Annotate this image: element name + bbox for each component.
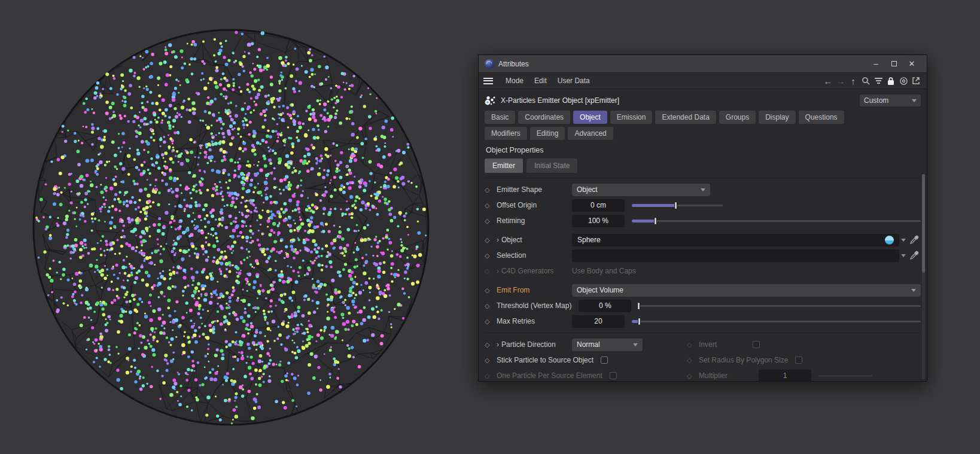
chevron-down-icon xyxy=(633,343,638,346)
keyframe-diamond-icon: ◇ xyxy=(687,341,699,349)
keyframe-diamond-icon[interactable]: ◇ xyxy=(485,236,497,244)
chevron-down-icon xyxy=(701,188,705,191)
invert-label: Invert xyxy=(699,340,717,349)
menu-user-data[interactable]: User Data xyxy=(552,74,595,87)
emit-from-label: Emit From xyxy=(497,286,572,294)
eyedropper-icon[interactable] xyxy=(908,235,921,245)
filter-icon[interactable] xyxy=(872,75,884,87)
max-retries-input[interactable]: 20 xyxy=(572,315,625,328)
chevron-down-icon xyxy=(912,99,917,102)
open-external-icon[interactable] xyxy=(910,75,922,87)
keyframe-diamond-icon[interactable]: ◇ xyxy=(485,287,497,294)
window-title: Attributes xyxy=(498,60,867,68)
tab-questions[interactable]: Questions xyxy=(799,111,844,124)
row-one-particle: ◇ One Particle Per Source Element ◇ Mult… xyxy=(485,368,921,382)
keyframe-diamond-icon[interactable]: ◇ xyxy=(485,318,497,325)
one-particle-checkbox xyxy=(610,372,617,379)
emitter-shape-label: Emitter Shape xyxy=(497,185,572,194)
emitter-state-switch: Emitter Initial State xyxy=(485,159,921,173)
maximize-button[interactable] xyxy=(885,55,903,72)
section-heading: Object Properties xyxy=(486,146,921,154)
tab-groups[interactable]: Groups xyxy=(719,111,756,124)
lock-icon[interactable] xyxy=(885,75,897,87)
keyframe-diamond-icon[interactable]: ◇ xyxy=(485,217,497,225)
forward-icon[interactable]: → xyxy=(835,75,847,87)
tab-display[interactable]: Display xyxy=(759,111,795,124)
threshold-slider[interactable] xyxy=(638,300,921,312)
set-radius-checkbox xyxy=(795,357,802,364)
back-icon[interactable]: ← xyxy=(822,75,834,87)
minimize-button[interactable]: – xyxy=(867,55,885,72)
expander-icon[interactable]: › xyxy=(497,340,499,349)
viewport-3d[interactable] xyxy=(0,0,479,454)
scrollbar-thumb[interactable] xyxy=(922,174,925,273)
particle-direction-dropdown[interactable]: Normal xyxy=(572,339,643,351)
expander-icon[interactable]: › xyxy=(497,236,499,244)
target-icon[interactable] xyxy=(897,75,909,87)
tab-extended-data[interactable]: Extended Data xyxy=(655,111,716,124)
tab-object[interactable]: Object xyxy=(573,111,607,124)
row-threshold: ◇ Threshold (Vertex Map) 0 % xyxy=(485,298,921,313)
object-title: X-Particles Emitter Object [xpEmitter] xyxy=(501,96,860,105)
tab-modifiers[interactable]: Modifiers xyxy=(485,127,527,140)
row-selection: ◇ Selection xyxy=(485,248,921,263)
max-retries-slider[interactable] xyxy=(632,315,921,328)
stick-particle-label: Stick Particle to Source Object xyxy=(497,356,594,364)
window-titlebar[interactable]: Attributes – ✕ xyxy=(479,55,927,73)
keyframe-diamond-icon: ◇ xyxy=(485,372,497,380)
row-retiming: ◇ Retiming 100 % xyxy=(485,213,921,228)
retiming-label: Retiming xyxy=(497,217,572,225)
tab-coordinates[interactable]: Coordinates xyxy=(518,111,570,124)
menu-edit[interactable]: Edit xyxy=(529,74,552,87)
threshold-input[interactable]: 0 % xyxy=(579,300,631,312)
row-stick-particle: ◇ Stick Particle to Source Object ◇ Set … xyxy=(485,352,921,368)
selection-field[interactable] xyxy=(572,249,899,262)
col2-invert: ◇ Invert xyxy=(687,340,760,349)
emit-from-dropdown[interactable]: Object Volume xyxy=(572,284,921,297)
attributes-window: Attributes – ✕ Mode Edit User Data ← → ↑ xyxy=(478,54,927,382)
initial-state-button[interactable]: Initial State xyxy=(526,159,577,173)
keyframe-diamond-icon[interactable]: ◇ xyxy=(485,357,497,364)
tab-advanced[interactable]: Advanced xyxy=(568,127,613,140)
tab-editing[interactable]: Editing xyxy=(530,127,565,140)
offset-origin-slider[interactable] xyxy=(632,199,723,212)
up-icon[interactable]: ↑ xyxy=(847,75,859,87)
preset-value: Custom xyxy=(864,96,888,105)
row-max-retries: ◇ Max Retries 20 xyxy=(485,313,921,329)
row-c4d-generators: ◇ ›C4D Generators Use Body and Caps xyxy=(485,263,921,279)
emitter-shape-value: Object xyxy=(577,185,598,194)
close-button[interactable]: ✕ xyxy=(903,55,921,72)
vertical-scrollbar[interactable] xyxy=(922,174,925,379)
emitter-shape-dropdown[interactable]: Object xyxy=(572,184,710,196)
menu-mode[interactable]: Mode xyxy=(500,74,529,87)
multiplier-label: Multiplier xyxy=(699,371,759,380)
chevron-down-icon[interactable] xyxy=(899,254,908,257)
search-icon[interactable] xyxy=(860,75,872,87)
tab-emission[interactable]: Emission xyxy=(610,111,653,124)
object-label: ›Object xyxy=(497,236,572,244)
keyframe-diamond-icon[interactable]: ◇ xyxy=(485,341,497,349)
tab-basic[interactable]: Basic xyxy=(485,111,515,124)
keyframe-diamond-icon[interactable]: ◇ xyxy=(485,186,497,194)
particle-direction-label: ›Particle Direction xyxy=(497,340,572,349)
eyedropper-icon[interactable] xyxy=(908,251,921,260)
emit-from-value: Object Volume xyxy=(577,286,623,294)
max-retries-label: Max Retries xyxy=(497,317,572,325)
emitter-button[interactable]: Emitter xyxy=(485,159,523,173)
chevron-down-icon[interactable] xyxy=(899,239,908,242)
offset-origin-label: Offset Origin xyxy=(497,201,572,209)
keyframe-diamond-icon[interactable]: ◇ xyxy=(485,302,497,310)
keyframe-diamond-icon[interactable]: ◇ xyxy=(485,202,497,209)
stick-particle-checkbox[interactable] xyxy=(601,357,608,364)
invert-checkbox xyxy=(753,341,760,348)
offset-origin-input[interactable]: 0 cm xyxy=(572,199,625,212)
object-link-field[interactable]: Sphere xyxy=(572,234,899,246)
menu-hamburger-icon[interactable] xyxy=(483,78,493,84)
one-particle-label: One Particle Per Source Element xyxy=(497,371,602,380)
col2-set-radius: ◇ Set Radius By Polygon Size xyxy=(687,356,802,364)
keyframe-diamond-icon[interactable]: ◇ xyxy=(485,252,497,260)
retiming-input[interactable]: 100 % xyxy=(572,215,625,227)
retiming-slider[interactable] xyxy=(632,215,921,227)
row-offset-origin: ◇ Offset Origin 0 cm xyxy=(485,197,921,213)
preset-dropdown[interactable]: Custom xyxy=(860,95,921,106)
